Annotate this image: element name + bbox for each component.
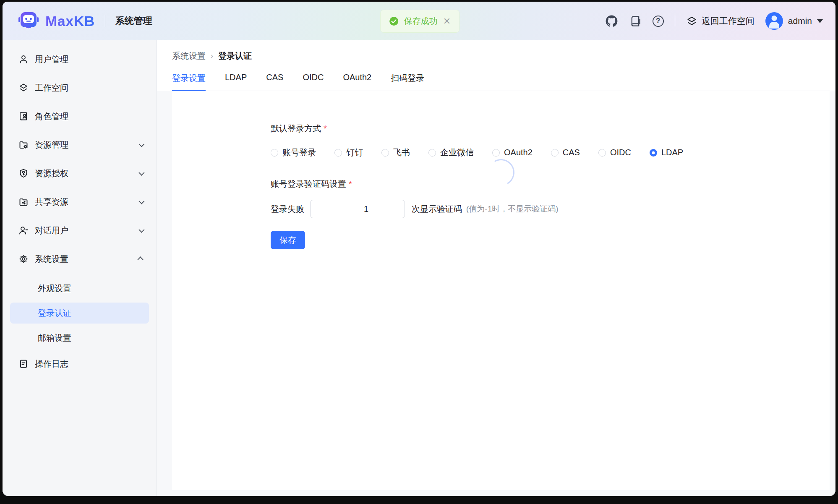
fail-count-suffix: 次显示验证码 xyxy=(412,204,462,215)
sidebar-item-shared-resources[interactable]: 共享资源 xyxy=(10,192,149,212)
user-name: admin xyxy=(788,16,812,26)
sidebar-subitem-label: 外观设置 xyxy=(38,283,71,294)
breadcrumb-separator-icon: › xyxy=(211,52,213,60)
tab-ldap[interactable]: LDAP xyxy=(225,73,247,91)
maxkb-logo[interactable]: MaxKB xyxy=(18,11,95,31)
back-to-workspace-link[interactable]: 返回工作空间 xyxy=(686,15,754,27)
folder-share-icon xyxy=(18,197,29,207)
sidebar-item-workspace[interactable]: 工作空间 xyxy=(10,78,149,97)
required-asterisk: * xyxy=(324,124,327,133)
radio-icon xyxy=(381,149,389,157)
content-area: 系统设置 › 登录认证 登录设置 LDAP CAS OIDC OAuth2 扫码… xyxy=(157,40,835,496)
required-asterisk: * xyxy=(349,179,352,189)
avatar xyxy=(765,12,783,30)
sidebar-item-login-auth[interactable]: 登录认证 xyxy=(10,303,149,324)
sidebar-item-label: 操作日志 xyxy=(35,358,143,370)
radio-icon xyxy=(271,149,278,157)
sidebar-item-label: 资源管理 xyxy=(35,139,133,151)
tab-oauth2[interactable]: OAuth2 xyxy=(343,73,371,91)
header-actions-divider xyxy=(675,16,675,26)
sidebar-item-chat-users[interactable]: 对话用户 xyxy=(10,221,149,240)
sidebar-item-label: 用户管理 xyxy=(35,54,143,65)
captcha-settings-label: 账号登录验证码设置 * xyxy=(271,178,830,190)
chevron-up-icon xyxy=(138,256,144,262)
sidebar-item-users[interactable]: 用户管理 xyxy=(10,50,149,69)
radio-cas[interactable]: CAS xyxy=(551,148,580,157)
help-icon[interactable]: ? xyxy=(653,16,664,27)
sidebar-item-roles[interactable]: 角色管理 xyxy=(10,107,149,126)
logo-text: MaxKB xyxy=(45,13,95,29)
user-dash-icon xyxy=(18,225,29,235)
radio-icon xyxy=(492,149,500,157)
tab-login-settings[interactable]: 登录设置 xyxy=(172,73,206,91)
radio-oidc[interactable]: OIDC xyxy=(598,148,631,157)
shield-key-icon xyxy=(18,168,29,178)
layers-icon xyxy=(18,83,29,93)
success-check-icon xyxy=(389,16,399,26)
radio-account-login[interactable]: 账号登录 xyxy=(271,147,316,158)
radio-dingtalk[interactable]: 钉钉 xyxy=(334,147,363,158)
app-window: MaxKB 系统管理 保存成功 ✕ xyxy=(3,2,835,496)
fail-count-input[interactable] xyxy=(311,200,405,218)
maxkb-robot-icon xyxy=(18,11,39,31)
header-actions: ? 返回工作空间 admin xyxy=(606,12,823,30)
fail-count-prefix: 登录失败 xyxy=(271,204,304,215)
chevron-down-icon xyxy=(138,141,144,147)
login-method-radio-group: 账号登录 钉钉 飞书 企业微信 xyxy=(271,147,830,158)
gear-icon xyxy=(18,254,29,264)
tab-bar: 登录设置 LDAP CAS OIDC OAuth2 扫码登录 xyxy=(172,73,835,91)
sidebar-item-label: 工作空间 xyxy=(35,82,143,94)
sidebar-item-email-settings[interactable]: 邮箱设置 xyxy=(10,327,149,348)
sidebar-subitem-label: 邮箱设置 xyxy=(38,332,71,344)
tab-oidc[interactable]: OIDC xyxy=(303,73,324,91)
workspace-link-label: 返回工作空间 xyxy=(702,15,754,27)
save-button[interactable]: 保存 xyxy=(271,231,305,249)
toast-message: 保存成功 xyxy=(404,16,438,27)
content-header: 系统设置 › 登录认证 登录设置 LDAP CAS OIDC OAuth2 扫码… xyxy=(157,40,835,91)
chevron-down-icon xyxy=(138,227,144,233)
radio-feishu[interactable]: 飞书 xyxy=(381,147,410,158)
fail-count-row: 登录失败 次显示验证码 (值为-1时，不显示验证码) xyxy=(271,200,830,218)
sidebar-item-label: 角色管理 xyxy=(35,111,143,122)
sidebar-item-resource-auth[interactable]: 资源授权 xyxy=(10,164,149,183)
sidebar-item-label: 资源授权 xyxy=(35,168,133,179)
sidebar: 用户管理 工作空间 角色管理 xyxy=(3,40,157,496)
sidebar-item-label: 共享资源 xyxy=(35,196,133,208)
success-toast: 保存成功 ✕ xyxy=(380,10,459,33)
sidebar-item-label: 对话用户 xyxy=(35,225,133,236)
radio-selected-icon xyxy=(650,149,657,157)
header-divider xyxy=(105,15,105,27)
settings-card: 默认登录方式 * 账号登录 钉钉 飞书 xyxy=(172,91,830,490)
radio-icon xyxy=(334,149,342,157)
github-icon[interactable] xyxy=(606,15,618,27)
user-menu[interactable]: admin xyxy=(765,12,823,30)
chevron-down-icon xyxy=(817,19,823,23)
radio-wecom[interactable]: 企业微信 xyxy=(428,147,474,158)
tab-cas[interactable]: CAS xyxy=(266,73,283,91)
page-title: 系统管理 xyxy=(115,15,152,27)
tab-qrcode-login[interactable]: 扫码登录 xyxy=(391,73,424,91)
fail-count-input-wrapper xyxy=(310,200,405,218)
sidebar-subitem-label: 登录认证 xyxy=(38,308,71,319)
sidebar-item-label: 系统设置 xyxy=(35,253,133,265)
radio-ldap[interactable]: LDAP xyxy=(650,148,683,157)
chevron-down-icon xyxy=(138,198,144,204)
sidebar-item-system-settings[interactable]: 系统设置 xyxy=(10,249,149,269)
radio-oauth2[interactable]: OAuth2 xyxy=(492,148,533,157)
sidebar-item-appearance-settings[interactable]: 外观设置 xyxy=(10,278,149,299)
layers-icon xyxy=(686,16,697,27)
radio-icon xyxy=(598,149,606,157)
breadcrumb-current: 登录认证 xyxy=(218,50,252,62)
radio-icon xyxy=(551,149,559,157)
breadcrumb-parent[interactable]: 系统设置 xyxy=(172,50,206,62)
sidebar-item-resources[interactable]: 资源管理 xyxy=(10,135,149,154)
user-icon xyxy=(18,54,29,64)
sidebar-item-operation-logs[interactable]: 操作日志 xyxy=(10,354,149,373)
breadcrumb: 系统设置 › 登录认证 xyxy=(172,50,835,62)
fail-count-hint: (值为-1时，不显示验证码) xyxy=(466,204,559,214)
docs-icon[interactable] xyxy=(629,15,642,27)
default-login-method-label: 默认登录方式 * xyxy=(271,123,830,134)
role-card-icon xyxy=(18,111,29,121)
toast-close-icon[interactable]: ✕ xyxy=(443,17,451,26)
folder-gear-icon xyxy=(18,140,29,150)
